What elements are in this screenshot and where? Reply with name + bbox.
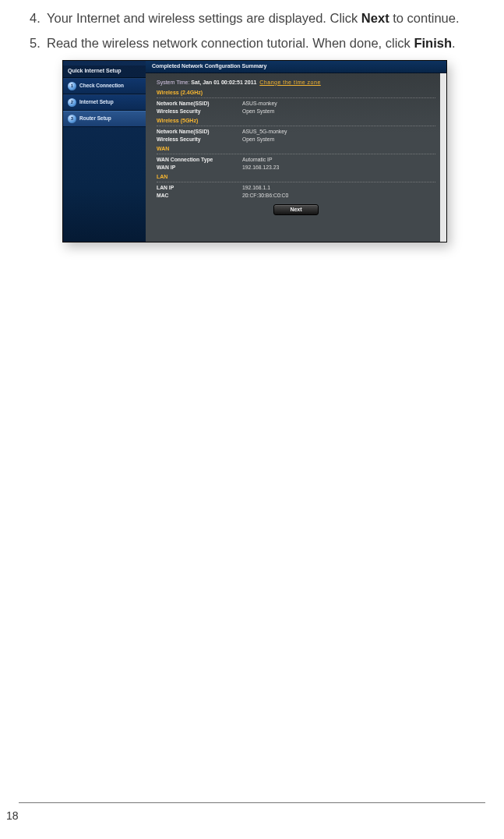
divider [157, 154, 435, 154]
section-wireless-24: Wireless (2.4GHz) [157, 87, 435, 97]
step-4: 4. Your Internet and wireless settings a… [30, 9, 482, 27]
field-label: Wireless Security [157, 136, 242, 142]
system-time-value: Sat, Jan 01 00:02:51 2011 [191, 80, 256, 85]
router-config-window: Quick Internet Setup 1 Check Connection … [62, 60, 447, 242]
system-time-row: System Time: Sat, Jan 01 00:02:51 2011 C… [157, 80, 435, 85]
field-value: ASUS-monkey [242, 101, 435, 106]
summary-panel: Completed Network Configuration Summary … [146, 61, 446, 242]
field-value: Automatic IP [242, 157, 435, 162]
row-wan-type: WAN Connection TypeAutomatic IP [157, 156, 435, 164]
step-number: 4. [30, 9, 47, 27]
step-text: Read the wireless network connection tut… [47, 34, 482, 51]
field-label: WAN Connection Type [157, 157, 242, 162]
field-value: 192.168.123.23 [242, 165, 435, 170]
step-bold: Finish [414, 36, 452, 50]
row-ssid-24: Network Name(SSID)ASUS-monkey [157, 100, 435, 108]
system-time-label: System Time: [157, 80, 189, 85]
section-wan: WAN [157, 143, 435, 153]
step-text: Your Internet and wireless settings are … [47, 9, 482, 27]
row-security-24: Wireless SecurityOpen System [157, 108, 435, 115]
field-value: ASUS_5G-monkey [242, 129, 435, 134]
step-number: 5. [30, 34, 47, 51]
step-bold: Next [361, 11, 389, 25]
step-badge-icon: 3 [68, 115, 76, 123]
field-value: Open System [242, 108, 435, 114]
divider [157, 97, 435, 98]
field-value: Open System [242, 136, 435, 142]
field-label: Network Name(SSID) [157, 101, 242, 106]
row-ssid-5: Network Name(SSID)ASUS_5G-monkey [157, 128, 435, 136]
step-5: 5. Read the wireless network connection … [30, 34, 482, 51]
page-footer: 18 [0, 802, 504, 822]
panel-title: Completed Network Configuration Summary [146, 61, 446, 73]
next-button[interactable]: Next [273, 204, 319, 215]
sidebar-item-router-setup[interactable]: 3 Router Setup [63, 111, 146, 127]
instruction-list: 4. Your Internet and wireless settings a… [0, 0, 504, 52]
field-label: MAC [157, 193, 242, 198]
divider [157, 182, 435, 182]
step-badge-icon: 2 [68, 98, 76, 107]
sidebar-item-internet-setup[interactable]: 2 Internet Setup [63, 94, 146, 111]
sidebar-item-label: Check Connection [79, 83, 124, 89]
footer-rule [19, 802, 485, 803]
section-lan: LAN [157, 172, 435, 181]
field-label: Wireless Security [157, 108, 242, 114]
wizard-sidebar: Quick Internet Setup 1 Check Connection … [63, 61, 146, 242]
step-badge-icon: 1 [68, 82, 76, 90]
field-value: 20:CF:30:B6:C0:C0 [242, 193, 435, 198]
embedded-screenshot: Quick Internet Setup 1 Check Connection … [62, 60, 447, 242]
row-mac: MAC20:CF:30:B6:C0:C0 [157, 192, 435, 200]
scrollbar[interactable] [440, 73, 446, 242]
step-pre: Your Internet and wireless settings are … [47, 11, 361, 25]
panel-content: System Time: Sat, Jan 01 00:02:51 2011 C… [146, 73, 446, 221]
step-post: . [452, 36, 456, 50]
sidebar-title: Quick Internet Setup [63, 65, 146, 78]
divider [157, 126, 435, 126]
field-label: LAN IP [157, 185, 242, 190]
step-post: to continue. [389, 11, 460, 25]
row-wan-ip: WAN IP192.168.123.23 [157, 164, 435, 172]
section-wireless-5: Wireless (5GHz) [157, 115, 435, 125]
field-label: Network Name(SSID) [157, 129, 242, 134]
sidebar-item-label: Router Setup [79, 116, 111, 122]
row-lan-ip: LAN IP192.168.1.1 [157, 184, 435, 192]
row-security-5: Wireless SecurityOpen System [157, 136, 435, 143]
change-timezone-link[interactable]: Change the time zone [259, 80, 321, 85]
field-value: 192.168.1.1 [242, 185, 435, 190]
sidebar-item-check-connection[interactable]: 1 Check Connection [63, 78, 146, 94]
sidebar-item-label: Internet Setup [79, 100, 114, 105]
button-row: Next [157, 204, 435, 215]
step-pre: Read the wireless network connection tut… [47, 36, 414, 50]
field-label: WAN IP [157, 165, 242, 170]
page-number: 18 [0, 809, 504, 822]
